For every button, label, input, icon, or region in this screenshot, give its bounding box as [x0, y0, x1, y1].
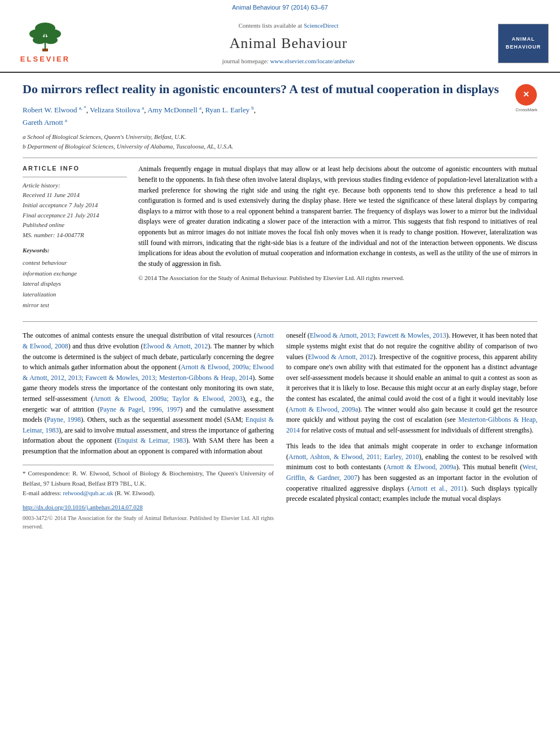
elsevier-tree-icon	[20, 21, 71, 53]
ref-payne-pagel[interactable]: Payne & Pagel, 1996, 1997	[100, 405, 180, 413]
body-right-paragraph-1: oneself (Elwood & Arnott, 2013; Fawcett …	[286, 330, 537, 435]
doi-line: http://dx.doi.org/10.1016/j.anbehav.2014…	[23, 503, 274, 512]
author-arnott[interactable]: Gareth Arnott	[23, 119, 63, 127]
ref-arnott-elwood-2009b[interactable]: Arnott & Elwood, 2009a	[288, 405, 358, 413]
issn-line: 0003-3472/© 2014 The Association for the…	[23, 514, 274, 531]
elsevier-logo: ELSEVIER	[11, 21, 79, 65]
doi-link[interactable]: http://dx.doi.org/10.1016/j.anbehav.2014…	[23, 504, 143, 510]
ref-arnott-ashton-2011[interactable]: Arnott, Ashton, & Elwood, 2011; Earley, …	[288, 453, 419, 461]
footnote-email-link[interactable]: relwood@qub.ac.uk	[63, 490, 113, 496]
copyright-line: © 2014 The Association for the Study of …	[138, 273, 537, 283]
elsevier-brand-text: ELSEVIER	[20, 54, 70, 65]
page-number-top: Animal Behaviour 97 (2014) 63–67	[0, 0, 560, 15]
crossmark-icon: ✕	[515, 84, 537, 106]
svg-rect-7	[42, 49, 48, 51]
journal-homepage-line: journal homepage: www.elsevier.com/locat…	[79, 56, 498, 66]
body-section: The outcomes of animal contests ensure t…	[23, 321, 537, 531]
divider-1	[23, 158, 537, 158]
journal-center-info: Contents lists available at ScienceDirec…	[79, 21, 498, 66]
journal-header: ELSEVIER Contents lists available at Sci…	[0, 15, 560, 73]
footnote-correspondence: * Correspondence: R. W. Elwood, School o…	[23, 469, 274, 488]
svg-point-6	[44, 36, 58, 44]
ms-number: MS. number: 14-00477R	[23, 230, 127, 241]
keywords-section: Keywords: contest behaviour information …	[23, 246, 127, 310]
initial-acceptance: Initial acceptance 7 July 2014	[23, 200, 127, 211]
authors-line: Robert W. Elwood a, *, Velizara Stoilova…	[23, 104, 537, 129]
crossmark: ✕ CrossMark	[515, 84, 537, 113]
sciencedirect-link[interactable]: ScienceDirect	[304, 22, 339, 29]
author-earley[interactable]: Ryan L. Earley	[205, 106, 250, 114]
footnote-email: E-mail address: relwood@qub.ac.uk (R. W.…	[23, 488, 274, 498]
keyword-2: information exchange	[23, 268, 127, 279]
journal-homepage-link[interactable]: www.elsevier.com/locate/anbehav	[270, 58, 355, 64]
body-right-column: oneself (Elwood & Arnott, 2013; Fawcett …	[286, 330, 537, 531]
sciencedirect-line: Contents lists available at ScienceDirec…	[79, 21, 498, 30]
author-mcdonnell[interactable]: Amy McDonnell	[147, 106, 197, 114]
ref-arnott-2011b[interactable]: Arnott et al., 2011	[410, 484, 464, 492]
ref-elwood-arnott-2012[interactable]: Elwood & Arnott, 2012	[143, 342, 208, 350]
keyword-4: lateralization	[23, 289, 127, 300]
affiliation-b: b Department of Biological Sciences, Uni…	[23, 142, 537, 151]
ref-elwood-arnott-2013[interactable]: Elwood & Arnott, 2013; Fawcett & Mowles,…	[310, 331, 447, 339]
ref-arnott-taylor[interactable]: Arnott & Elwood, 2009a; Taylor & Elwood,…	[93, 395, 243, 403]
keyword-1: contest behaviour	[23, 257, 127, 268]
ref-payne-1998[interactable]: Payne, 1998	[47, 416, 81, 423]
divider-info	[23, 177, 127, 177]
ref-elwood-arnott-2012b[interactable]: Elwood & Arnott, 2012	[308, 353, 373, 361]
ref-arnott-elwood-2009c[interactable]: Arnott & Elwood, 2009a	[386, 463, 456, 471]
ref-enquist-leimar-1983b[interactable]: Enquist & Leimar, 1983	[117, 436, 186, 444]
history-label: Article history:	[23, 181, 127, 191]
footnote-section: * Correspondence: R. W. Elwood, School o…	[23, 465, 274, 497]
body-right-paragraph-2: This leads to the idea that animals migh…	[286, 441, 537, 504]
journal-title-header: Animal Behaviour	[79, 32, 498, 54]
final-acceptance: Final acceptance 21 July 2014	[23, 211, 127, 221]
keyword-3: lateral displays	[23, 278, 127, 289]
abstract-text: Animals frequently engage in mutual disp…	[138, 164, 537, 269]
journal-cover-logo: ANIMALBEHAVIOUR	[498, 24, 549, 63]
affiliations: a School of Biological Sciences, Queen's…	[23, 132, 537, 151]
footnote-email-note: (R. W. Elwood).	[115, 490, 155, 496]
author-stoilova[interactable]: Velizara Stoilova	[90, 106, 140, 114]
article-title: Do mirrors reflect reality in agonistic …	[23, 81, 537, 98]
article-history: Article history: Received 11 June 2014 I…	[23, 181, 127, 241]
footnote-email-label: E-mail address:	[23, 490, 62, 496]
body-left-column: The outcomes of animal contests ensure t…	[23, 330, 274, 531]
body-paragraph-1: The outcomes of animal contests ensure t…	[23, 330, 274, 456]
author-elwood[interactable]: Robert W. Elwood	[23, 106, 77, 114]
article-info-heading: ARTICLE INFO	[23, 164, 127, 173]
received-date: Received 11 June 2014	[23, 190, 127, 200]
affiliation-a: a School of Biological Sciences, Queen's…	[23, 132, 537, 142]
published-line: Published online	[23, 220, 127, 230]
keywords-heading: Keywords:	[23, 246, 127, 255]
ref-mesterton-heap-2014[interactable]: Mesterton-Gibbons & Heap, 2014	[286, 416, 537, 434]
ref-arnott-2009a[interactable]: Arnott & Elwood, 2009a; Elwood & Arnott,…	[23, 363, 274, 382]
keyword-5: mirror test	[23, 300, 127, 311]
